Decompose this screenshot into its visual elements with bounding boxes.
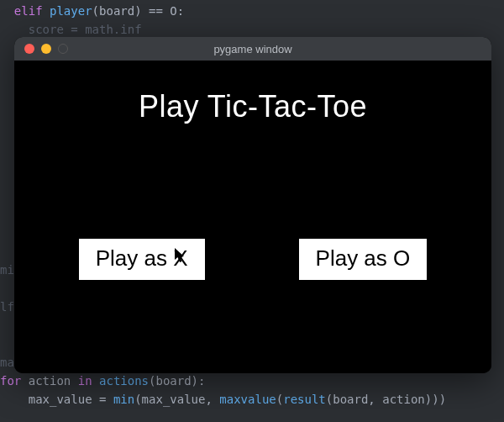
game-title: Play Tic-Tac-Toe: [14, 89, 491, 124]
window-title: pygame window: [14, 43, 491, 55]
play-as-o-button[interactable]: Play as O: [299, 239, 428, 280]
close-icon[interactable]: [24, 44, 34, 54]
game-area: Play Tic-Tac-Toe Play as X Play as O: [14, 61, 491, 373]
window-traffic-lights: [14, 44, 68, 54]
zoom-icon[interactable]: [58, 44, 68, 54]
window-titlebar: pygame window: [14, 37, 491, 61]
minimize-icon[interactable]: [41, 44, 51, 54]
play-as-x-label: Play as X: [96, 245, 188, 271]
play-as-o-label: Play as O: [316, 245, 411, 271]
choice-button-row: Play as X Play as O: [14, 239, 491, 280]
play-as-x-button[interactable]: Play as X: [79, 239, 205, 280]
pygame-window: pygame window Play Tic-Tac-Toe Play as X…: [14, 37, 491, 373]
